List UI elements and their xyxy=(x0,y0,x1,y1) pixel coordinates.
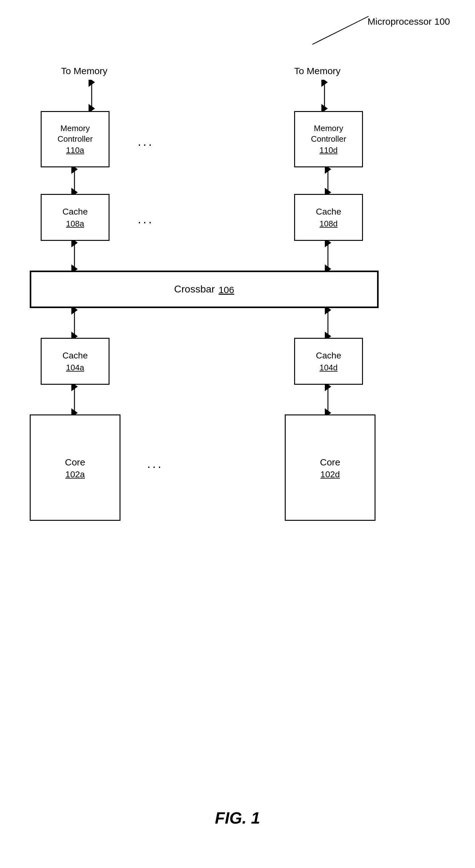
arrow-to-memory-left xyxy=(87,80,96,111)
arrow-cache108a-to-crossbar xyxy=(70,240,79,272)
to-memory-right-label: To Memory xyxy=(294,66,340,76)
svg-line-0 xyxy=(312,16,368,44)
core-102a: Core 102a xyxy=(30,414,120,521)
micro-leader-line xyxy=(303,13,372,51)
figure-label: FIG. 1 xyxy=(215,809,260,827)
memory-controller-left: Memory Controller 110a xyxy=(41,111,110,167)
arrow-to-memory-right xyxy=(320,80,329,111)
arrow-cache104a-to-core102a xyxy=(70,384,79,415)
arrow-memctrl-right-to-cache108d xyxy=(323,167,333,195)
arrow-cache108d-to-crossbar xyxy=(323,240,333,272)
cache-108a: Cache 108a xyxy=(41,194,110,241)
dots-cache-108: ... xyxy=(138,212,154,226)
arrow-crossbar-to-cache104a xyxy=(70,308,79,339)
dots-core: ... xyxy=(147,457,163,471)
arrow-crossbar-to-cache104d xyxy=(323,308,333,339)
dots-memory-controller: ... xyxy=(138,134,154,149)
arrow-cache104d-to-core102d xyxy=(323,384,333,415)
memory-controller-right: Memory Controller 110d xyxy=(294,111,363,167)
cache-104d: Cache 104d xyxy=(294,338,363,385)
arrow-memctrl-left-to-cache108a xyxy=(70,167,79,195)
crossbar-box: Crossbar 106 xyxy=(30,271,379,308)
diagram: Microprocessor 100 To Memory To Memory M… xyxy=(0,0,475,868)
cache-104a: Cache 104a xyxy=(41,338,110,385)
cache-108d: Cache 108d xyxy=(294,194,363,241)
to-memory-left-label: To Memory xyxy=(61,66,107,76)
core-102d: Core 102d xyxy=(285,414,376,521)
microprocessor-text: Microprocessor 100 xyxy=(368,16,450,27)
